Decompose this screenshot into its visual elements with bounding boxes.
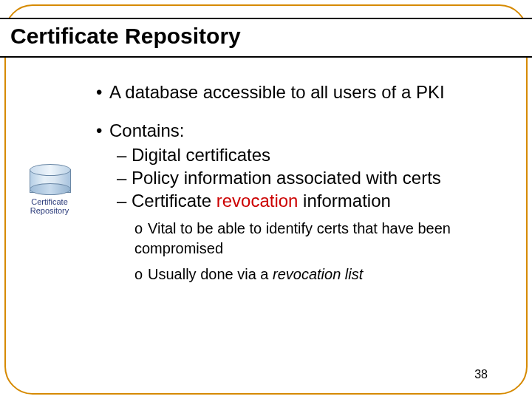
page-number: 38 xyxy=(474,368,488,381)
cylinder-icon xyxy=(30,164,69,195)
dash-3-post: information xyxy=(298,191,390,211)
bullet-1: •A database accessible to all users of a… xyxy=(96,81,502,103)
sub-o-2-em: revocation list xyxy=(273,266,363,282)
dash-3-red: revocation xyxy=(216,191,299,211)
content-area: •A database accessible to all users of a… xyxy=(96,81,502,284)
sub-o-2-pre: Usually done via a xyxy=(148,266,273,282)
sub-o-2: oUsually done via a revocation list xyxy=(134,265,502,284)
icon-label-line1: Certificate xyxy=(31,197,68,206)
sub-o-1: oVital to be able to identify certs that… xyxy=(134,219,502,259)
bullet-2: •Contains: xyxy=(96,120,502,142)
dash-1-text: Digital certificates xyxy=(132,145,270,165)
icon-label: Certificate Repository xyxy=(22,197,77,215)
bullet-2-text: Contains: xyxy=(109,120,184,140)
dash-1: – Digital certificates xyxy=(117,143,502,166)
sub-o-1-text: Vital to be able to identify certs that … xyxy=(134,220,451,256)
dash-3: – Certificate revocation information xyxy=(117,189,502,212)
icon-label-line2: Repository xyxy=(30,206,69,215)
slide-title: Certificate Repository xyxy=(10,24,241,48)
dash-2-text: Policy information associated with certs xyxy=(132,168,441,188)
dash-2: – Policy information associated with cer… xyxy=(117,166,502,189)
dash-3-pre: Certificate xyxy=(132,191,216,211)
database-icon: Certificate Repository xyxy=(22,164,77,215)
title-bar: Certificate Repository xyxy=(0,18,532,58)
bullet-1-text: A database accessible to all users of a … xyxy=(109,82,445,102)
